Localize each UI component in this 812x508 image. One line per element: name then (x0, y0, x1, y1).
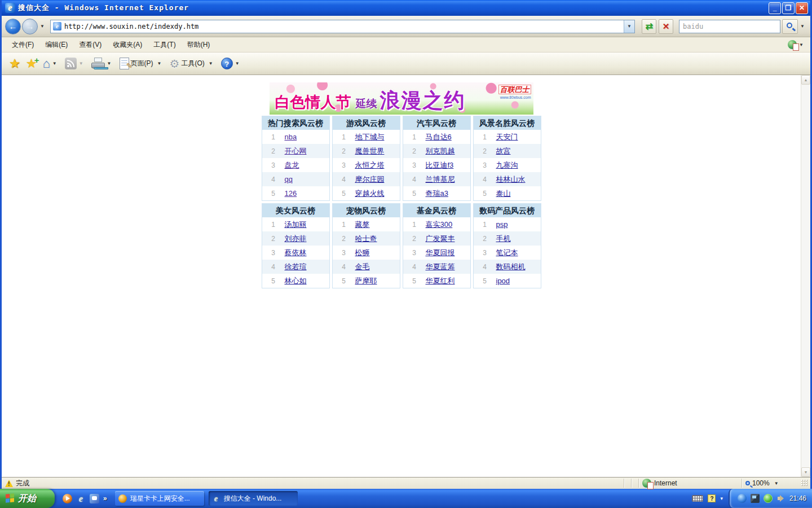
rank-link[interactable]: 魔兽世界 (355, 146, 385, 156)
banner-logo: 百联巴士 www.80ebus.com (498, 84, 531, 99)
rank-link[interactable]: 林心如 (285, 276, 307, 286)
rank-link[interactable]: 笔记本 (496, 248, 518, 258)
rank-link[interactable]: 金毛 (355, 262, 370, 272)
start-button[interactable]: 开始 (0, 489, 55, 508)
kaka-tray-icon[interactable] (764, 494, 773, 503)
system-tray: 21:46 (729, 489, 812, 508)
rank-link[interactable]: 马自达6 (426, 132, 452, 142)
page-menu-button[interactable]: ✎ 页面(P) ▼ (118, 56, 166, 71)
antivirus-tray-icon[interactable] (738, 494, 747, 503)
media-player-icon[interactable] (63, 494, 72, 503)
scroll-down-icon[interactable]: ▼ (801, 467, 810, 477)
feeds-button[interactable]: ▼ (63, 56, 87, 71)
print-button[interactable]: ▼ (90, 56, 116, 71)
rank-link[interactable]: 藏獒 (355, 220, 370, 230)
menu-edit[interactable]: 编辑(E) (39, 38, 73, 52)
favorites-star-icon: ★ (9, 56, 20, 71)
rank-link[interactable]: 开心网 (285, 146, 307, 156)
rank-link[interactable]: 穿越火线 (355, 189, 385, 199)
rank-link[interactable]: 盘龙 (285, 160, 299, 170)
maximize-button[interactable]: ❐ (782, 2, 795, 14)
keyboard-icon[interactable] (692, 495, 703, 502)
rank-link[interactable]: 手机 (496, 234, 511, 244)
menu-view[interactable]: 查看(V) (73, 38, 107, 52)
menu-help[interactable]: 帮助(H) (182, 38, 216, 52)
show-hidden-icons[interactable]: ▾ (720, 496, 723, 501)
rank-link[interactable]: 萨摩耶 (355, 276, 377, 286)
rank-link[interactable]: 桂林山水 (496, 174, 526, 185)
ie-quicklaunch-icon[interactable]: e (76, 494, 86, 503)
rank-link[interactable]: nba (285, 133, 297, 141)
tools-menu-label: 工具(O) (181, 59, 204, 68)
menu-tools[interactable]: 工具(T) (148, 38, 181, 52)
network-tray-icon[interactable] (751, 494, 760, 503)
scroll-up-icon[interactable]: ▲ (801, 75, 810, 85)
task-button-rising[interactable]: 瑞星卡卡上网安全... (115, 491, 204, 506)
rank-link[interactable]: 地下城与 (355, 132, 385, 142)
quicklaunch-overflow-icon[interactable]: » (103, 494, 107, 502)
rank-link[interactable]: 嘉实300 (426, 220, 453, 230)
rank-link[interactable]: 刘亦菲 (285, 234, 307, 244)
rank-link[interactable]: 华夏蓝筹 (426, 262, 455, 272)
home-button[interactable]: ⌂▼ (41, 55, 60, 72)
address-dropdown-icon[interactable]: ▼ (624, 20, 634, 33)
zoom-dropdown-icon[interactable]: ▼ (772, 481, 781, 486)
vertical-scrollbar[interactable]: ▲ ▼ (801, 75, 810, 477)
search-dropdown-icon[interactable]: ▼ (798, 24, 807, 29)
rank-link[interactable]: ipod (496, 277, 510, 285)
board-row: 2刘亦菲 (262, 231, 329, 246)
minimize-button[interactable]: _ (769, 2, 781, 14)
language-help-icon[interactable]: ? (708, 494, 716, 502)
ranking-boards: 热门搜索风云榜1nba2开心网3盘龙4qq5126游戏风云榜1地下城与2魔兽世界… (262, 116, 541, 288)
rank-link[interactable]: 摩尔庄园 (355, 174, 385, 185)
board-row: 4金毛 (333, 260, 400, 274)
search-input[interactable]: baidu (679, 20, 780, 33)
menu-favorites[interactable]: 收藏夹(A) (107, 38, 148, 52)
rank-link[interactable]: 兰博基尼 (426, 174, 455, 185)
forward-button[interactable]: → (22, 19, 38, 34)
rank-link[interactable]: 松狮 (355, 248, 370, 258)
add-favorite-button[interactable]: ★+ (24, 55, 39, 72)
address-bar[interactable]: e http://www.souxin.net/indexdy.htm ▼ (50, 20, 635, 33)
resize-grip[interactable] (801, 480, 808, 487)
volume-tray-icon[interactable] (776, 494, 785, 503)
rank-link[interactable]: 华夏红利 (426, 276, 455, 286)
rank-link[interactable]: psp (496, 220, 508, 229)
messenger-icon[interactable] (90, 494, 99, 503)
rank-link[interactable]: 泰山 (496, 189, 511, 199)
rank-link[interactable]: 蔡依林 (285, 248, 307, 258)
rank-link[interactable]: 天安门 (496, 132, 518, 142)
rank-link[interactable]: 汤加丽 (285, 220, 307, 230)
help-button[interactable]: ? ▼ (219, 56, 244, 71)
task-button-souxin[interactable]: e 搜信大全 - Windo... (209, 491, 298, 506)
tools-menu-button[interactable]: ⚙ 工具(O) ▼ (167, 56, 217, 72)
rank-link[interactable]: qq (285, 175, 293, 183)
send-page-icon[interactable] (788, 40, 797, 49)
page-menu-label: 页面(P) (131, 59, 153, 68)
rank-link[interactable]: 华夏回报 (426, 248, 455, 258)
rank-link[interactable]: 故宫 (496, 146, 511, 156)
rank-link[interactable]: 奇瑞a3 (426, 189, 448, 199)
ranking-board-0: 热门搜索风云榜1nba2开心网3盘龙4qq5126 (262, 116, 330, 201)
stop-button[interactable]: ✕ (659, 19, 673, 34)
refresh-button[interactable]: ⇄ (642, 19, 656, 34)
search-button[interactable] (782, 19, 798, 34)
menu-file[interactable]: 文件(F) (6, 38, 39, 52)
rank-link[interactable]: 哈士奇 (355, 234, 377, 244)
rank-link[interactable]: 永恒之塔 (355, 160, 385, 170)
back-button[interactable]: ← (5, 19, 21, 34)
warning-icon[interactable] (5, 480, 13, 487)
address-url[interactable]: http://www.souxin.net/indexdy.htm (64, 23, 624, 30)
rank-link[interactable]: 别克凯越 (426, 146, 455, 156)
rank-link[interactable]: 广发聚丰 (426, 234, 455, 244)
promo-banner[interactable]: 白色情人节 延续 浪漫之约 百联巴士 www.80ebus.com (270, 82, 533, 115)
history-dropdown-icon[interactable]: ▼ (38, 24, 47, 29)
close-button[interactable]: ✕ (796, 2, 808, 14)
rank-link[interactable]: 数码相机 (496, 262, 526, 272)
zoom-control[interactable]: 100% ▼ (745, 479, 799, 487)
rank-link[interactable]: 徐若瑄 (285, 262, 307, 272)
rank-link[interactable]: 九寨沟 (496, 160, 518, 170)
rank-link[interactable]: 126 (285, 189, 297, 198)
rank-link[interactable]: 比亚迪f3 (426, 160, 454, 170)
favorites-center-button[interactable]: ★ (7, 55, 22, 72)
